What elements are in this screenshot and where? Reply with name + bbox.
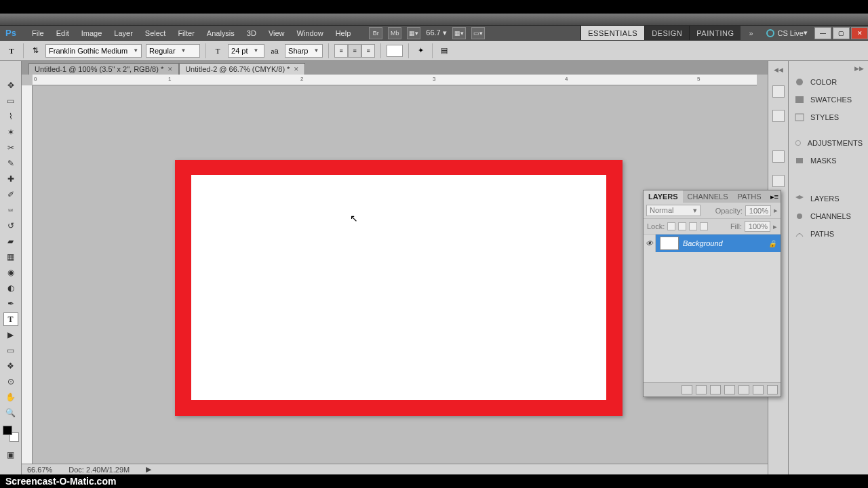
- panel-channels[interactable]: CHANNELS: [789, 207, 868, 225]
- fill-field[interactable]: 100%: [745, 221, 770, 232]
- minimize-button[interactable]: —: [814, 27, 831, 39]
- character-panel-icon[interactable]: ▤: [438, 45, 450, 57]
- hand-tool[interactable]: ✋: [3, 390, 18, 404]
- doc-tab-2[interactable]: Untitled-2 @ 66.7% (CMYK/8) *✕: [179, 63, 305, 75]
- workspace-more-icon[interactable]: »: [741, 29, 761, 37]
- menu-file[interactable]: File: [26, 29, 50, 37]
- menu-edit[interactable]: Edit: [50, 29, 75, 37]
- close-button[interactable]: ✕: [851, 27, 868, 39]
- crop-tool[interactable]: ✂: [3, 141, 18, 155]
- shape-tool[interactable]: ▭: [3, 344, 18, 357]
- panel-paths[interactable]: PATHS: [789, 225, 868, 243]
- brush-tool[interactable]: ✐: [3, 188, 18, 201]
- align-left-button[interactable]: ≡: [334, 44, 348, 58]
- close-icon[interactable]: ✕: [294, 66, 299, 73]
- menu-window[interactable]: Window: [291, 29, 330, 37]
- lock-position-icon[interactable]: [689, 222, 697, 230]
- menu-view[interactable]: View: [262, 29, 291, 37]
- delete-layer-icon[interactable]: [767, 385, 778, 394]
- screen-mode-icon[interactable]: ▭▾: [471, 27, 485, 39]
- panel-adjustments[interactable]: ADJUSTMENTS: [789, 134, 868, 152]
- eyedropper-tool[interactable]: ✎: [3, 157, 18, 170]
- cs-live-button[interactable]: CS Live ▾: [761, 28, 813, 37]
- dodge-tool[interactable]: ◐: [3, 281, 18, 295]
- workspace-painting[interactable]: PAINTING: [689, 26, 741, 40]
- paragraph-icon[interactable]: [772, 175, 785, 187]
- 3d-tool[interactable]: ❖: [3, 359, 18, 373]
- path-select-tool[interactable]: ▶: [3, 328, 18, 342]
- healing-tool[interactable]: ✚: [3, 172, 18, 186]
- move-tool[interactable]: ✥: [3, 79, 18, 92]
- navigator-icon[interactable]: [772, 110, 785, 122]
- bridge-icon[interactable]: Br: [369, 27, 382, 39]
- tab-layers[interactable]: LAYERS: [644, 190, 683, 203]
- panel-styles[interactable]: STYLES: [789, 108, 868, 126]
- history-brush-tool[interactable]: ↺: [3, 219, 18, 232]
- quick-select-tool[interactable]: ✶: [3, 125, 18, 139]
- canvas[interactable]: ↖: [175, 160, 623, 416]
- layer-row[interactable]: 👁 Background 🔒: [644, 235, 781, 252]
- stamp-tool[interactable]: ⎃: [3, 203, 18, 217]
- font-style-dropdown[interactable]: Regular▼: [146, 44, 200, 58]
- status-arrow-icon[interactable]: ▶: [146, 465, 151, 474]
- menu-select[interactable]: Select: [139, 29, 172, 37]
- doc-tab-1[interactable]: Untitled-1 @ 100% (3.5" x 2", RGB/8) *✕: [28, 63, 179, 75]
- pen-tool[interactable]: ✒: [3, 297, 18, 310]
- menu-layer[interactable]: Layer: [108, 29, 139, 37]
- character-icon[interactable]: [772, 150, 785, 163]
- layers-panel[interactable]: LAYERS CHANNELS PATHS ▸≡ Normal▾ Opacity…: [643, 190, 781, 397]
- panel-color[interactable]: COLOR: [789, 73, 868, 91]
- eraser-tool[interactable]: ▰: [3, 235, 18, 248]
- new-layer-icon[interactable]: [753, 385, 764, 394]
- zoom-level[interactable]: 66.7 ▾: [426, 28, 446, 37]
- blend-mode-dropdown[interactable]: Normal▾: [646, 205, 701, 216]
- blur-tool[interactable]: ◉: [3, 266, 18, 279]
- lasso-tool[interactable]: ⌇: [3, 110, 18, 123]
- zoom-tool[interactable]: 🔍: [3, 406, 18, 420]
- lock-transparent-icon[interactable]: [667, 222, 675, 230]
- type-tool[interactable]: T: [3, 312, 18, 326]
- font-size-dropdown[interactable]: 24 pt▼: [228, 44, 264, 58]
- color-picker[interactable]: [3, 426, 19, 442]
- layer-mask-icon[interactable]: [710, 385, 721, 394]
- tab-paths[interactable]: PATHS: [733, 190, 766, 203]
- close-icon[interactable]: ✕: [167, 66, 173, 73]
- panel-swatches[interactable]: SWATCHES: [789, 91, 868, 108]
- warp-text-icon[interactable]: ✦: [414, 45, 427, 57]
- workspace-design[interactable]: DESIGN: [644, 26, 689, 40]
- status-doc-size[interactable]: Doc: 2.40M/1.29M: [68, 466, 130, 474]
- view-extras-icon[interactable]: ▦▾: [407, 27, 420, 39]
- adjustment-layer-icon[interactable]: [724, 385, 735, 394]
- marquee-tool[interactable]: ▭: [3, 94, 18, 108]
- camera-tool[interactable]: ⊙: [3, 375, 18, 388]
- workspace-essentials[interactable]: ESSENTIALS: [580, 26, 644, 40]
- visibility-icon[interactable]: 👁: [644, 235, 656, 252]
- lock-all-icon[interactable]: [700, 222, 708, 230]
- panel-masks[interactable]: MASKS: [789, 152, 868, 169]
- maximize-button[interactable]: ▢: [833, 27, 850, 39]
- tool-preset-icon[interactable]: T: [5, 45, 18, 57]
- collapse-arrow-icon[interactable]: ◀◀: [774, 66, 783, 73]
- layer-list[interactable]: 👁 Background 🔒: [644, 235, 781, 382]
- align-center-button[interactable]: ≡: [348, 44, 361, 58]
- menu-analysis[interactable]: Analysis: [201, 29, 241, 37]
- arrange-docs-icon[interactable]: ▦▾: [452, 27, 466, 39]
- status-zoom[interactable]: 66.67%: [27, 466, 52, 474]
- antialias-dropdown[interactable]: Sharp▼: [285, 44, 323, 58]
- menu-3d[interactable]: 3D: [241, 29, 262, 37]
- collapse-arrow-icon[interactable]: ▶▶: [789, 64, 868, 73]
- layer-fx-icon[interactable]: [696, 385, 707, 394]
- menu-image[interactable]: Image: [75, 29, 108, 37]
- panel-layers[interactable]: LAYERS: [789, 190, 868, 207]
- group-icon[interactable]: [738, 385, 749, 394]
- align-right-button[interactable]: ≡: [361, 44, 375, 58]
- quickmask-icon[interactable]: ▣: [3, 448, 18, 462]
- lock-pixels-icon[interactable]: [678, 222, 686, 230]
- minibridge-icon[interactable]: Mb: [388, 27, 401, 39]
- font-family-dropdown[interactable]: Franklin Gothic Medium▼: [45, 44, 142, 58]
- tab-channels[interactable]: CHANNELS: [683, 190, 733, 203]
- history-icon[interactable]: [772, 85, 785, 98]
- gradient-tool[interactable]: ▦: [3, 250, 18, 264]
- menu-filter[interactable]: Filter: [172, 29, 200, 37]
- menu-help[interactable]: Help: [330, 29, 357, 37]
